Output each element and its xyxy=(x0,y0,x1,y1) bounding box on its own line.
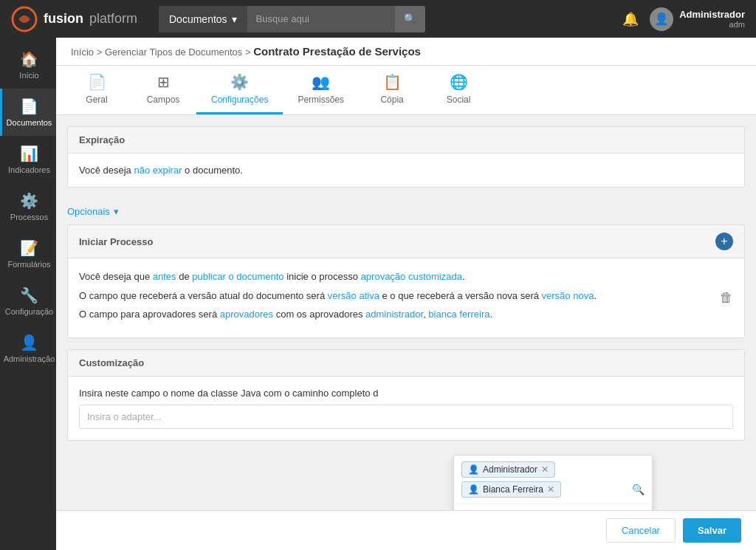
iniciar-processo-section: Iniciar Processo + Você deseja que antes… xyxy=(67,224,745,338)
indicators-icon: 📊 xyxy=(20,145,38,162)
sidebar-item-inicio[interactable]: 🏠 Início xyxy=(0,41,56,89)
user-info: Administrador adm xyxy=(679,9,745,29)
dropdown-item-bianca-ferreira[interactable]: ✓ 👤 Bianca Ferreira xyxy=(454,504,652,510)
tab-copia-icon: 📋 xyxy=(383,73,402,91)
brand-logo-icon xyxy=(11,6,38,32)
opcionais-toggle[interactable]: Opcionais ▾ xyxy=(56,199,756,224)
app-layout: 🏠 Início 📄 Documentos 📊 Indicadores ⚙️ P… xyxy=(0,38,756,550)
tab-campos-label: Campos xyxy=(147,94,180,105)
tab-social[interactable]: 🌐 Social xyxy=(425,66,492,114)
publicar-link[interactable]: publicar o documento xyxy=(192,271,284,282)
customizacao-title: Customização xyxy=(79,357,144,368)
sidebar-item-documentos[interactable]: 📄 Documentos xyxy=(0,89,56,136)
home-icon: 🏠 xyxy=(20,50,38,68)
expiracao-header: Expiração xyxy=(68,127,744,154)
sidebar-item-indicadores[interactable]: 📊 Indicadores xyxy=(0,136,56,183)
tab-config-label: Configurações xyxy=(211,94,268,105)
user-icon: 👤 xyxy=(468,464,479,475)
tag-bianca-label: Bianca Ferreira xyxy=(483,484,543,495)
expiracao-body: Você deseja não expirar o documento. xyxy=(68,154,744,187)
breadcrumb-inicio[interactable]: Início xyxy=(71,47,94,58)
sidebar-label-inicio: Início xyxy=(19,71,38,80)
user-name: Administrador xyxy=(679,9,745,20)
expiracao-section: Expiração Você deseja não expirar o docu… xyxy=(67,126,745,188)
nao-expirar-link[interactable]: não expirar xyxy=(134,165,182,176)
user-role: adm xyxy=(679,20,745,29)
process-line-3: O campo para aprovadores será aprovadore… xyxy=(79,307,733,322)
process-line-1: Você deseja que antes de publicar o docu… xyxy=(79,269,733,284)
navbar: fusion platform Documentos ▾ 🔍 🔔 👤 Admin… xyxy=(0,0,756,38)
sidebar-label-processos: Processos xyxy=(10,213,48,221)
selected-tags-area: 👤 Administrador ✕ 👤 Bianca Ferreira ✕ 🔍 xyxy=(454,456,652,504)
search-input[interactable] xyxy=(247,6,395,32)
tab-copia[interactable]: 📋 Cópia xyxy=(359,66,425,114)
sidebar-item-configuracao[interactable]: 🔧 Configuração xyxy=(0,278,56,325)
versao-ativa-link[interactable]: versão ativa xyxy=(328,290,379,301)
notification-bell-icon[interactable]: 🔔 xyxy=(622,11,639,27)
brand-platform: platform xyxy=(89,11,137,27)
tag-bianca[interactable]: 👤 Bianca Ferreira ✕ xyxy=(461,481,561,498)
tab-campos[interactable]: ⊞ Campos xyxy=(130,66,196,114)
admin-link[interactable]: administrador xyxy=(365,309,423,320)
customizacao-label: Insira neste campo o nome da classe Java… xyxy=(79,388,733,399)
tabs-bar: 📄 Geral ⊞ Campos ⚙️ Configurações 👥 Perm… xyxy=(56,66,756,115)
breadcrumb-sep2: > xyxy=(245,47,253,58)
remove-admin-tag[interactable]: ✕ xyxy=(541,464,549,475)
main-content: Início > Gerenciar Tipos de Documentos >… xyxy=(56,38,756,550)
breadcrumb-current: Contrato Prestação de Serviços xyxy=(253,45,421,58)
tab-copia-label: Cópia xyxy=(380,94,403,105)
processes-icon: ⚙️ xyxy=(20,192,38,210)
user-area[interactable]: 👤 Administrador adm xyxy=(650,7,745,31)
tag-admin-label: Administrador xyxy=(483,464,537,475)
sidebar-item-processos[interactable]: ⚙️ Processos xyxy=(0,183,56,230)
aprovadores-link[interactable]: aprovadores xyxy=(220,309,273,320)
save-button[interactable]: Salvar xyxy=(683,518,741,543)
search-area: Documentos ▾ 🔍 xyxy=(159,6,425,32)
sidebar: 🏠 Início 📄 Documentos 📊 Indicadores ⚙️ P… xyxy=(0,38,56,550)
documents-dropdown[interactable]: Documentos ▾ xyxy=(159,6,247,32)
tab-configuracoes[interactable]: ⚙️ Configurações xyxy=(196,66,283,114)
bianca-link[interactable]: bianca ferreira xyxy=(428,309,489,320)
tab-perm-label: Permissões xyxy=(298,94,344,105)
avatar: 👤 xyxy=(650,7,673,31)
versao-nova-link[interactable]: versão nova xyxy=(542,290,594,301)
approvers-dropdown: 👤 Administrador ✕ 👤 Bianca Ferreira ✕ 🔍 xyxy=(453,455,653,510)
navbar-right: 🔔 👤 Administrador adm xyxy=(622,7,745,31)
chevron-down-icon: ▾ xyxy=(114,206,119,217)
tab-config-icon: ⚙️ xyxy=(230,73,249,91)
remove-bianca-tag[interactable]: ✕ xyxy=(547,484,554,495)
sidebar-label-indicadores: Indicadores xyxy=(8,165,50,174)
dropdown-search-icon: 🔍 xyxy=(632,484,645,495)
breadcrumb-gerenciar[interactable]: Gerenciar Tipos de Documentos xyxy=(105,47,242,58)
process-line-2: O campo que receberá a versão atual do d… xyxy=(79,289,733,303)
chevron-down-icon: ▾ xyxy=(232,13,237,25)
content-area: Expiração Você deseja não expirar o docu… xyxy=(56,115,756,510)
sidebar-label-documentos: Documentos xyxy=(7,118,52,127)
sidebar-item-formularios[interactable]: 📝 Formulários xyxy=(0,230,56,278)
tab-social-icon: 🌐 xyxy=(450,73,468,91)
sidebar-label-configuracao: Configuração xyxy=(5,307,53,316)
search-button[interactable]: 🔍 xyxy=(395,6,425,32)
delete-process-button[interactable]: 🗑 xyxy=(720,290,733,306)
expiracao-text: Você deseja não expirar o documento. xyxy=(79,165,733,176)
config-icon: 🔧 xyxy=(20,286,38,304)
dropdown-list: ✓ 👤 Bianca Ferreira 👤 Bruna Oliveira 👤 xyxy=(454,504,652,510)
processo-title: Iniciar Processo xyxy=(79,236,153,247)
sidebar-label-administracao: Administração xyxy=(4,354,55,363)
adapter-input[interactable] xyxy=(79,405,733,429)
add-process-button[interactable]: + xyxy=(715,233,733,250)
tab-social-label: Social xyxy=(447,94,471,105)
aprovacao-link[interactable]: aprovação customizada xyxy=(361,271,462,282)
tab-geral-icon: 📄 xyxy=(88,73,106,91)
cancel-button[interactable]: Cancelar xyxy=(606,518,676,543)
tag-administrador[interactable]: 👤 Administrador ✕ xyxy=(461,461,555,478)
sidebar-item-administracao[interactable]: 👤 Administração xyxy=(0,325,56,372)
adapter-input-group xyxy=(79,405,733,429)
tab-geral-label: Geral xyxy=(86,94,107,105)
customizacao-section: Customização Insira neste campo o nome d… xyxy=(67,349,745,441)
tab-permissoes[interactable]: 👥 Permissões xyxy=(283,66,359,114)
tab-geral[interactable]: 📄 Geral xyxy=(63,66,130,114)
antes-link[interactable]: antes xyxy=(153,271,176,282)
processo-header: Iniciar Processo + xyxy=(68,225,744,258)
breadcrumb: Início > Gerenciar Tipos de Documentos >… xyxy=(56,38,756,66)
